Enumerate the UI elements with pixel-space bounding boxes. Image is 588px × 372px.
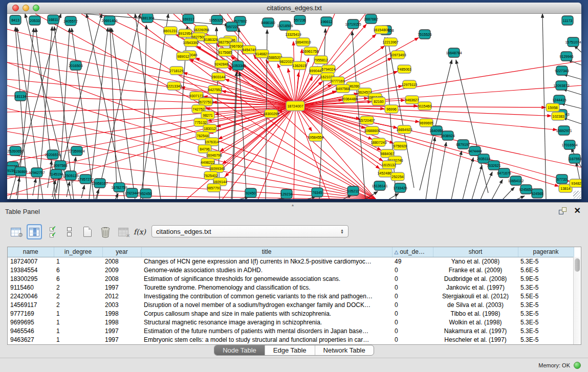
table-cell[interactable]: 2 (54, 300, 102, 309)
tab-edge-table[interactable]: Edge Table (265, 345, 315, 355)
table-cell[interactable]: Investigating the contribution of common… (141, 292, 392, 300)
table-cell[interactable]: 9115460 (8, 283, 54, 292)
scrollbar-thumb[interactable] (575, 258, 580, 272)
column-header-year[interactable]: year (102, 247, 141, 257)
table-cell[interactable]: Franke et al. (2009) (433, 266, 518, 274)
table-cell[interactable]: Hescheler et al. (1997) (433, 335, 518, 344)
delete-table-button[interactable] (98, 224, 113, 239)
table-cell[interactable]: Embryonic stem cells: a model to study s… (141, 335, 392, 344)
column-header-in_degree[interactable]: in_degree (54, 247, 102, 257)
table-cell[interactable]: Genome-wide association studies in ADHD. (141, 266, 392, 274)
table-cell[interactable]: de Silva et al. (2003) (433, 300, 518, 309)
table-cell[interactable]: 5.3E-5 (518, 318, 574, 326)
table-cell[interactable]: 14569117 (8, 300, 54, 309)
table-cell[interactable]: 5.3E-5 (518, 283, 574, 292)
table-cell[interactable]: Disruption of a novel member of a sodium… (141, 300, 392, 309)
table-cell[interactable]: 2008 (102, 257, 141, 266)
table-row[interactable]: 969969511998Structural magnetic resonanc… (8, 318, 574, 326)
table-cell[interactable]: 1 (54, 326, 102, 335)
table-cell[interactable]: Structural magnetic resonance image aver… (141, 318, 392, 326)
table-cell[interactable]: 18300295 (8, 274, 54, 283)
table-cell[interactable]: Yano et al. (2008) (433, 257, 518, 266)
table-cell[interactable]: 1 (54, 318, 102, 326)
float-panel-icon[interactable] (559, 207, 567, 214)
window-titlebar[interactable]: citations_edges.txt (7, 3, 581, 14)
table-cell[interactable]: 5.5E-5 (518, 292, 574, 300)
table-cell[interactable]: 19384554 (8, 266, 54, 274)
table-cell[interactable]: Corpus callosum shape and size in male p… (141, 309, 392, 318)
table-cell[interactable]: 1997 (102, 326, 141, 335)
column-header-short[interactable]: short (433, 247, 518, 257)
table-cell[interactable]: 0 (392, 318, 433, 326)
memory-ok-icon[interactable] (574, 362, 581, 369)
table-row[interactable]: 946362711997Embryonic stem cells: a mode… (8, 335, 574, 344)
table-cell[interactable]: 0 (392, 300, 433, 309)
table-row[interactable]: 2242004622012Investigating the contribut… (8, 292, 574, 300)
table-cell[interactable]: 0 (392, 283, 433, 292)
table-cell[interactable]: 1 (54, 309, 102, 318)
table-cell[interactable]: 6 (54, 266, 102, 274)
close-button[interactable] (12, 5, 19, 11)
select-columns-button[interactable]: ✓ ✓ (46, 224, 61, 239)
table-cell[interactable]: 5.3E-5 (518, 335, 574, 344)
column-header-title[interactable]: title (141, 247, 392, 257)
function-builder-button[interactable]: f(x) (132, 224, 147, 239)
table-cell[interactable]: 49 (392, 257, 433, 266)
table-row[interactable]: 977716911998Corpus callosum shape and si… (8, 309, 574, 318)
table-cell[interactable]: Changes of HCN gene expression and I(f) … (141, 257, 392, 266)
table-cell[interactable]: 0 (392, 309, 433, 318)
table-cell[interactable]: 2 (54, 283, 102, 292)
table-cell[interactable]: 0 (392, 335, 433, 344)
table-row[interactable]: 1938455462009Genome-wide association stu… (8, 266, 574, 274)
table-cell[interactable]: 1 (54, 257, 102, 266)
table-mode-button[interactable]: ⚙ (8, 224, 24, 239)
column-header-out_de[interactable]: △out_de… (392, 247, 433, 257)
network-canvas[interactable]: 8413205331681124055722069140618813041693… (7, 14, 581, 199)
table-cell[interactable]: 2 (54, 292, 102, 300)
table-cell[interactable]: 0 (392, 266, 433, 274)
node-table[interactable]: namein_degreeyeartitle△out_de…shortpager… (8, 247, 574, 344)
network-view[interactable]: 8413205331681124055722069140618813041693… (7, 14, 581, 199)
table-cell[interactable]: 5.3E-5 (518, 257, 574, 266)
table-row[interactable]: 1830029562008Estimation of significance … (8, 274, 574, 283)
table-cell[interactable]: 0 (392, 274, 433, 283)
table-cell[interactable]: 9699695 (8, 318, 54, 326)
table-cell[interactable]: 2009 (102, 266, 141, 274)
table-cell[interactable]: 22420046 (8, 292, 54, 300)
table-cell[interactable]: 5.6E-5 (518, 266, 574, 274)
table-row[interactable]: 1456911722003Disruption of a novel membe… (8, 300, 574, 309)
table-cell[interactable]: 1 (54, 335, 102, 344)
table-row[interactable]: 946554611997Estimation of the future num… (8, 326, 574, 335)
table-cell[interactable]: 1997 (102, 335, 141, 344)
table-cell[interactable]: 5.9E-5 (518, 274, 574, 283)
table-cell[interactable]: Wolkin et al. (1998) (433, 318, 518, 326)
table-cell[interactable]: Tourette syndrome. Phenomenology and cla… (141, 283, 392, 292)
table-cell[interactable]: 9777169 (8, 309, 54, 318)
table-cell[interactable]: 6 (54, 274, 102, 283)
table-cell[interactable]: 2003 (102, 300, 141, 309)
tab-network-table[interactable]: Network Table (315, 345, 374, 355)
vertical-scrollbar[interactable] (573, 257, 581, 344)
table-cell[interactable]: Nakamura et al. (1997) (433, 326, 518, 335)
table-cell[interactable]: 2008 (102, 274, 141, 283)
table-cell[interactable]: Dudbridge et al. (2008) (433, 274, 518, 283)
table-cell[interactable]: 1998 (102, 318, 141, 326)
table-cell[interactable]: 9463627 (8, 335, 54, 344)
row-height-button[interactable] (61, 224, 77, 239)
table-cell[interactable]: Stergiakouli et al. (2012) (433, 292, 518, 300)
window-resize-grip[interactable] (573, 191, 581, 199)
table-cell[interactable]: 5.3E-5 (518, 309, 574, 318)
table-cell[interactable]: 2012 (102, 292, 141, 300)
table-cell[interactable]: 0 (392, 292, 433, 300)
minimize-button[interactable] (23, 5, 29, 11)
table-cell[interactable]: 18724007 (8, 257, 54, 266)
table-header-row[interactable]: namein_degreeyeartitle△out_de…shortpager… (8, 247, 574, 257)
table-cell[interactable]: 5.3E-5 (518, 326, 574, 335)
zoom-button[interactable] (33, 5, 39, 11)
table-cell[interactable]: 1997 (102, 283, 141, 292)
column-header-name[interactable]: name (8, 247, 54, 257)
show-columns-button[interactable] (27, 224, 42, 239)
table-row[interactable]: 911546021997Tourette syndrome. Phenomeno… (8, 283, 574, 292)
table-cell[interactable]: 5.3E-5 (518, 300, 574, 309)
close-panel-icon[interactable]: ✕ (574, 206, 581, 215)
